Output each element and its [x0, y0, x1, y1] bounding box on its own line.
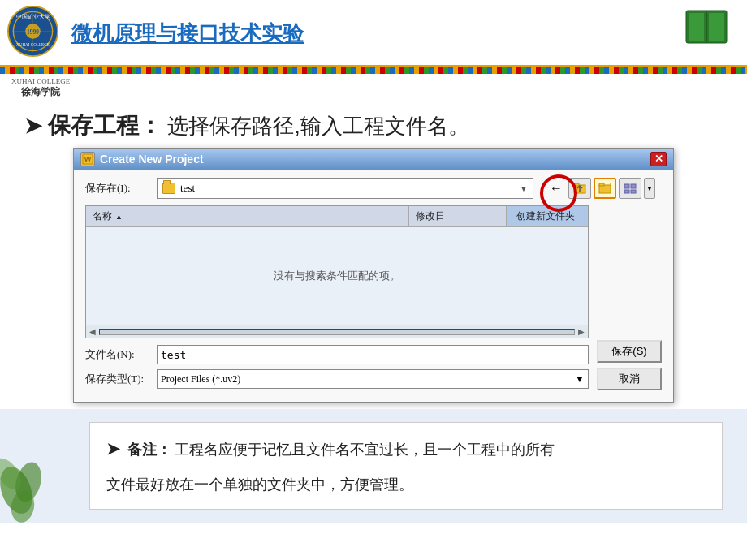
savein-dropdown[interactable]: test ▼	[157, 178, 533, 199]
bottom-bold: 备注：	[127, 442, 171, 458]
main-content: ➤ 保存工程： 选择保存路径,输入工程文件名。 W Create New Pro…	[0, 102, 747, 403]
column-modified: 修改日	[409, 206, 507, 226]
dialog-title-text: Create New Project	[100, 153, 204, 166]
filetype-select[interactable]: Project Files (*.uv2) ▼	[157, 369, 589, 389]
folder-new-button[interactable]: ✦	[594, 178, 616, 199]
svg-rect-21	[624, 184, 629, 188]
subtitle-arrow: ➤	[24, 114, 42, 138]
subtitle-bold: 保存工程：	[48, 113, 162, 138]
cancel-button[interactable]: 取消	[597, 368, 662, 390]
page-title: 微机原理与接口技术实验	[71, 19, 304, 48]
dialog-body: 保存在(I): test ▼ ←	[74, 170, 673, 402]
scroll-right-btn[interactable]: ▶	[578, 327, 585, 336]
filename-row: 文件名(N):	[85, 345, 589, 364]
svg-rect-12	[709, 13, 724, 41]
xuhai-college-text: XUHAI COLLEGE	[11, 77, 70, 85]
bottom-text2: 文件最好放在一个单独的文件夹中，方便管理。	[106, 476, 413, 493]
folder-up-button[interactable]	[568, 178, 591, 199]
svg-rect-22	[631, 184, 636, 188]
horizontal-scrollbar[interactable]: ◀ ▶	[86, 325, 588, 338]
svg-rect-11	[689, 13, 704, 41]
folder-view-button[interactable]	[619, 178, 641, 199]
dialog-side-buttons: 保存(S) 取消	[597, 205, 662, 394]
scroll-track[interactable]	[99, 329, 575, 335]
college-logo: 中国矿业大学 XUHAI COLLEGE 1999	[6, 5, 63, 62]
empty-list-text: 没有与搜索条件匹配的项。	[86, 227, 588, 325]
bottom-note-line1: ➤ 备注： 工程名应便于记忆且文件名不宜过长，且一个工程中的所有	[106, 434, 706, 463]
dialog-window: W Create New Project ✕ 保存在(I): test ▼ ←	[73, 148, 674, 403]
filename-input[interactable]	[157, 345, 589, 364]
svg-rect-19	[599, 183, 604, 186]
view-dropdown-arrow[interactable]: ▼	[644, 178, 655, 199]
decorative-border	[0, 67, 747, 74]
filetype-row: 保存类型(T): Project Files (*.uv2) ▼	[85, 369, 589, 389]
bottom-section: ➤ 备注： 工程名应便于记忆且文件名不宜过长，且一个工程中的所有 文件最好放在一…	[0, 409, 747, 523]
svg-text:1999: 1999	[27, 28, 39, 36]
scroll-left-btn[interactable]: ◀	[89, 327, 96, 336]
dialog-app-icon: W	[80, 152, 95, 166]
filetype-label: 保存类型(T):	[85, 372, 150, 386]
header: 中国矿业大学 XUHAI COLLEGE 1999 微机原理与接口技术实验	[0, 0, 747, 67]
savein-row: 保存在(I): test ▼ ←	[85, 178, 662, 199]
college-area: XUHAI COLLEGE 徐海学院	[0, 74, 747, 102]
subtitle: ➤ 保存工程： 选择保存路径,输入工程文件名。	[24, 102, 723, 148]
filename-label: 文件名(N):	[85, 347, 150, 362]
savein-label: 保存在(I):	[85, 181, 150, 196]
subtitle-rest: 选择保存路径,输入工程文件名。	[167, 114, 468, 138]
filetype-value: Project Files (*.uv2)	[161, 373, 240, 386]
bottom-note-line2: 文件最好放在一个单独的文件夹中，方便管理。	[106, 472, 706, 498]
savein-value: test	[180, 182, 515, 195]
dialog-title-area: W Create New Project	[80, 152, 204, 166]
bottom-arrow: ➤	[106, 440, 120, 458]
column-name: 名称 ▲	[86, 206, 409, 226]
file-area: 名称 ▲ 修改日 创建新文件夹 没有与搜索条件匹配的项。 ◀ ▶	[85, 205, 662, 394]
file-list-container: 名称 ▲ 修改日 创建新文件夹 没有与搜索条件匹配的项。 ◀ ▶	[85, 205, 589, 394]
save-button[interactable]: 保存(S)	[597, 340, 662, 363]
filetype-arrow: ▼	[575, 373, 585, 386]
nav-back-btn[interactable]: ←	[546, 181, 566, 196]
svg-rect-16	[574, 183, 579, 186]
college-name-text: 徐海学院	[21, 85, 60, 99]
bottom-text1: 工程名应便于记忆且文件名不宜过长，且一个工程中的所有	[175, 442, 555, 458]
dialog-titlebar: W Create New Project ✕	[74, 149, 673, 170]
folder-icon	[162, 183, 175, 194]
column-create-folder[interactable]: 创建新文件夹	[507, 206, 588, 226]
toolbar-buttons: ←	[546, 178, 655, 199]
dialog-close-button[interactable]: ✕	[650, 152, 667, 166]
book-icon	[682, 6, 731, 47]
savein-dropdown-arrow: ▼	[520, 184, 528, 193]
file-list-header: 名称 ▲ 修改日 创建新文件夹	[86, 206, 588, 227]
svg-text:W: W	[84, 155, 92, 163]
file-list: 名称 ▲ 修改日 创建新文件夹 没有与搜索条件匹配的项。 ◀ ▶	[85, 205, 589, 338]
svg-rect-24	[631, 190, 636, 193]
svg-text:✦: ✦	[609, 183, 611, 188]
svg-rect-23	[624, 190, 629, 193]
bottom-decoration	[0, 417, 45, 523]
bottom-note-box: ➤ 备注： 工程名应便于记忆且文件名不宜过长，且一个工程中的所有 文件最好放在一…	[89, 422, 723, 510]
